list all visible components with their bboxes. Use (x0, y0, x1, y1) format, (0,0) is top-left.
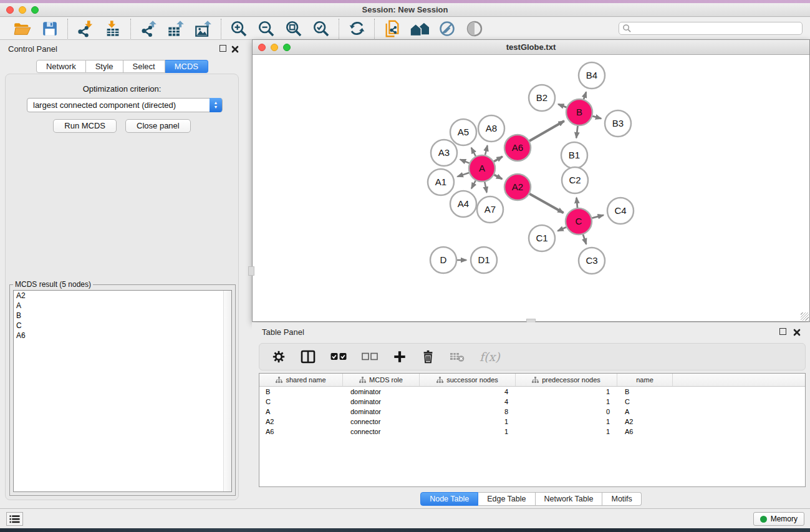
mcds-result-item[interactable]: C (14, 321, 231, 331)
table-cell: A (617, 408, 673, 415)
graph-edge[interactable] (529, 121, 564, 141)
table-row[interactable]: A6connector11A6 (259, 427, 805, 437)
network-canvas[interactable]: B4B2BB3A5A8A6A3B1AA1C2A2A4A7C4CC1C3DD1 (253, 55, 809, 321)
delete-column-trash-icon[interactable] (422, 350, 435, 364)
node-table: shared name MCDS role successor nodes pr… (259, 373, 806, 487)
graph-edge[interactable] (494, 175, 502, 179)
table-row[interactable]: A2connector11A2 (259, 417, 805, 427)
graph-edge[interactable] (485, 145, 488, 155)
mcds-result-item[interactable]: A (14, 301, 231, 311)
show-panels-list-button[interactable] (6, 512, 23, 526)
run-mcds-button[interactable]: Run MCDS (53, 119, 117, 133)
hide-selected-icon[interactable] (438, 19, 456, 38)
status-bar: Memory (0, 508, 810, 528)
graph-edge[interactable] (494, 157, 503, 162)
delete-table-icon[interactable] (450, 351, 465, 362)
criterion-select[interactable]: largest connected component (directed) ▲… (27, 98, 223, 112)
tab-style[interactable]: Style (86, 60, 123, 73)
clone-network-icon[interactable] (383, 19, 402, 38)
select-all-columns-icon[interactable] (330, 352, 347, 361)
session-title: Session: New Session (0, 5, 810, 14)
graph-edge[interactable] (460, 160, 470, 163)
tab-motifs[interactable]: Motifs (602, 492, 641, 506)
open-session-icon[interactable] (13, 19, 32, 38)
export-table-icon[interactable] (166, 19, 185, 38)
import-table-icon[interactable] (104, 19, 122, 38)
tree-icon (438, 379, 443, 381)
mcds-result-item[interactable]: A2 (14, 291, 231, 301)
column-header-name[interactable]: name (617, 374, 673, 386)
graph-node-label: A2 (512, 181, 523, 192)
table-cell: 1 (516, 388, 617, 395)
import-network-icon[interactable] (76, 19, 95, 38)
float-table-panel-icon[interactable] (779, 328, 786, 335)
tab-mcds[interactable]: MCDS (165, 60, 208, 73)
graph-edge[interactable] (471, 180, 476, 188)
graph-edge[interactable] (529, 194, 563, 213)
tab-edge-table[interactable]: Edge Table (478, 492, 535, 506)
graph-edge[interactable] (471, 148, 476, 157)
save-session-icon[interactable] (41, 19, 59, 38)
tab-network-table[interactable]: Network Table (536, 492, 603, 506)
graph-edge[interactable] (485, 182, 486, 193)
close-panel-icon[interactable] (231, 44, 239, 52)
table-row[interactable]: Bdominator41B (259, 387, 805, 397)
graph-edge[interactable] (557, 227, 566, 231)
zoom-in-icon[interactable] (229, 19, 248, 38)
table-row[interactable]: Adominator80A (259, 407, 805, 417)
table-settings-gear-icon[interactable] (272, 350, 286, 364)
memory-button[interactable]: Memory (753, 512, 804, 526)
column-header-predecessor-nodes[interactable]: predecessor nodes (516, 374, 617, 386)
float-panel-icon[interactable] (219, 45, 226, 52)
create-column-icon[interactable] (393, 350, 407, 364)
table-cell: 1 (420, 418, 516, 425)
refresh-layout-icon[interactable] (347, 19, 366, 38)
show-all-icon[interactable] (465, 19, 484, 38)
graph-node-label: C2 (569, 175, 581, 185)
mcds-result-list[interactable]: A2ABCA6 (13, 290, 232, 492)
close-panel-button[interactable]: Close panel (125, 119, 191, 133)
zoom-fit-icon[interactable] (284, 19, 303, 38)
graph-node-label: B (576, 107, 582, 117)
column-header-successor-nodes[interactable]: successor nodes (420, 374, 516, 386)
export-network-icon[interactable] (139, 19, 158, 38)
zoom-selected-icon[interactable] (312, 19, 330, 38)
graph-node-label: A1 (435, 177, 446, 187)
graph-edge[interactable] (583, 235, 586, 244)
mcds-result-item[interactable]: A6 (14, 331, 231, 341)
memory-status-dot-icon (760, 516, 767, 523)
first-neighbors-icon[interactable] (410, 19, 429, 38)
graph-edge[interactable] (558, 104, 566, 107)
table-cell: dominator (343, 388, 420, 395)
network-window-titlebar[interactable]: testGlobe.txt (253, 40, 809, 55)
graph-edge[interactable] (592, 215, 604, 218)
tab-network[interactable]: Network (36, 60, 86, 73)
graph-edge[interactable] (458, 173, 470, 177)
optimization-criterion-label: Optimization criterion: (6, 84, 238, 94)
graph-node-label: B2 (536, 92, 547, 103)
table-row[interactable]: Cdominator41C (259, 397, 805, 407)
zoom-out-icon[interactable] (257, 19, 276, 38)
window-resize-grip[interactable] (801, 312, 809, 321)
table-panel: Table Panel (252, 322, 810, 508)
column-header-shared-name[interactable]: shared name (259, 374, 343, 386)
list-scrollbar[interactable] (223, 291, 231, 491)
tab-select[interactable]: Select (123, 60, 165, 73)
export-image-icon[interactable] (194, 19, 213, 38)
mcds-result-item[interactable]: B (14, 311, 231, 321)
splitter-grip[interactable] (248, 266, 254, 276)
network-search-input[interactable] (619, 22, 803, 35)
column-header-mcds-role[interactable]: MCDS role (343, 374, 420, 386)
tab-node-table[interactable]: Node Table (420, 492, 478, 506)
function-builder-icon[interactable]: f(x) (480, 350, 500, 364)
graph-edge[interactable] (576, 126, 577, 138)
graph-node-label: C1 (536, 233, 547, 243)
graph-node-label: A8 (486, 123, 497, 133)
show-column-panel-icon[interactable] (301, 350, 316, 364)
graph-edge[interactable] (577, 198, 577, 208)
graph-node-label: A7 (485, 204, 496, 215)
graph-edge[interactable] (584, 92, 586, 100)
graph-edge[interactable] (592, 116, 601, 118)
close-table-panel-icon[interactable] (793, 327, 801, 335)
deselect-all-columns-icon[interactable] (362, 352, 378, 361)
